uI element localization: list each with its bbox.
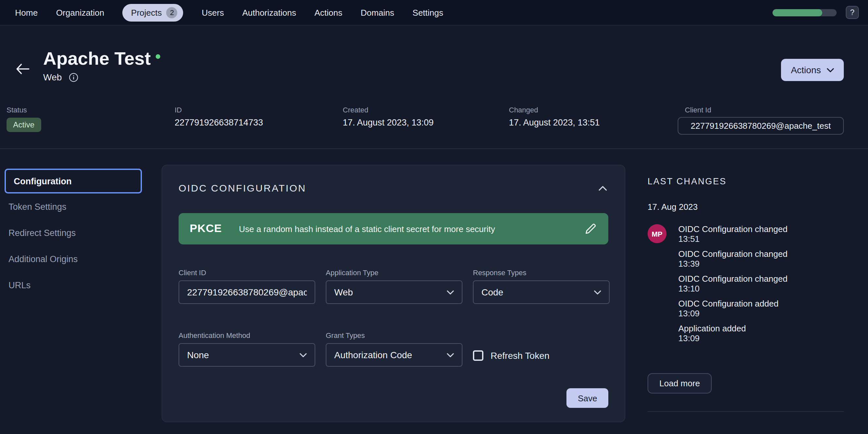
client-id-chip[interactable]: 227791926638780269@apache_test <box>678 117 844 135</box>
avatar: MP <box>648 224 666 243</box>
nav-item-home[interactable]: Home <box>15 7 38 17</box>
meta-id: ID 227791926638714733 <box>175 106 263 128</box>
info-circle-icon[interactable] <box>68 72 78 82</box>
grant-types-value: Authorization Code <box>334 350 412 360</box>
changed-value: 17. August 2023, 13:51 <box>509 118 600 128</box>
change-event: Application added 13:09 <box>678 324 787 343</box>
arrow-left-icon <box>16 67 29 76</box>
client-id-field-label: Client ID <box>179 269 315 276</box>
changes-divider <box>648 411 844 412</box>
sidebar-item-token-settings[interactable]: Token Settings <box>5 194 142 220</box>
changed-label: Changed <box>509 106 600 114</box>
actions-menu-button[interactable]: Actions <box>781 59 844 81</box>
changes-date: 17. Aug 2023 <box>648 202 844 212</box>
chevron-down-icon <box>594 290 601 295</box>
change-event-time: 13:09 <box>678 333 787 343</box>
nav-item-actions[interactable]: Actions <box>314 7 342 17</box>
change-event-text: Application added <box>678 324 787 333</box>
auth-method-select[interactable]: None <box>179 343 315 367</box>
app-root: Home Organization Projects 2 Users Autho… <box>0 0 868 434</box>
created-value: 17. August 2023, 13:09 <box>343 118 434 128</box>
last-changes-panel: LAST CHANGES 17. Aug 2023 MP OIDC Config… <box>648 165 844 412</box>
change-event-text: OIDC Configuration changed <box>678 249 787 259</box>
change-event-time: 13:39 <box>678 259 787 269</box>
help-button[interactable]: ? <box>846 6 859 19</box>
nav-item-projects-label: Projects <box>131 7 162 17</box>
id-label: ID <box>175 106 263 114</box>
change-event-time: 13:51 <box>678 234 787 244</box>
client-id-field-group: Client ID <box>179 269 315 304</box>
oidc-form: Client ID Application Type Web Response … <box>179 269 608 367</box>
page-divider <box>0 148 868 149</box>
nav-item-authorizations[interactable]: Authorizations <box>242 7 296 17</box>
auth-method-value: None <box>187 350 209 360</box>
change-event: OIDC Configuration changed 13:39 <box>678 249 787 269</box>
page-title: Apache Test <box>43 48 151 69</box>
usage-progress-fill <box>773 9 823 16</box>
refresh-token-toggle[interactable]: Refresh Token <box>473 344 610 367</box>
auth-method-field-group: Authentication Method None <box>179 331 315 367</box>
sidebar-item-urls[interactable]: URLs <box>5 272 142 298</box>
changes-event-list: OIDC Configuration changed 13:51 OIDC Co… <box>678 224 787 348</box>
response-types-select[interactable]: Code <box>473 280 610 304</box>
grant-types-field-group: Grant Types Authorization Code <box>326 331 462 367</box>
sidebar-item-additional-origins[interactable]: Additional Origins <box>5 246 142 272</box>
response-types-label: Response Types <box>473 269 610 276</box>
created-label: Created <box>343 106 434 114</box>
settings-side-nav: Configuration Token Settings Redirect Se… <box>5 169 142 298</box>
change-event-text: OIDC Configuration changed <box>678 274 787 284</box>
client-id-label: Client Id <box>685 106 844 114</box>
chevron-up-icon <box>598 183 607 193</box>
app-type-subtitle: Web <box>43 72 62 82</box>
back-button[interactable] <box>16 63 29 74</box>
nav-item-settings[interactable]: Settings <box>412 7 443 17</box>
oidc-configuration-card: OIDC CONFIGURATION PKCE Use a random has… <box>161 165 625 422</box>
edit-auth-method-button[interactable] <box>582 220 599 238</box>
meta-client-id: Client Id 227791926638780269@apache_test <box>678 106 844 135</box>
id-value: 227791926638714733 <box>175 118 263 128</box>
refresh-token-checkbox[interactable] <box>473 350 484 361</box>
usage-progress-bar <box>773 9 837 16</box>
last-changes-title: LAST CHANGES <box>648 176 844 186</box>
refresh-token-field-group: Refresh Token <box>473 331 610 367</box>
actions-menu-label: Actions <box>791 65 821 75</box>
collapse-card-button[interactable] <box>597 184 608 192</box>
chevron-down-icon <box>827 68 834 72</box>
change-event-text: OIDC Configuration changed <box>678 224 787 234</box>
application-type-label: Application Type <box>326 269 462 276</box>
change-event-time: 13:10 <box>678 284 787 294</box>
nav-item-users[interactable]: Users <box>202 7 224 17</box>
refresh-token-label: Refresh Token <box>491 350 550 361</box>
application-type-select[interactable]: Web <box>326 280 462 304</box>
response-types-field-group: Response Types Code <box>473 269 610 304</box>
nav-item-projects[interactable]: Projects 2 <box>123 4 184 21</box>
change-event-text: OIDC Configuration added <box>678 299 787 308</box>
sidebar-item-redirect-settings[interactable]: Redirect Settings <box>5 220 142 246</box>
nav-list: Home Organization Projects 2 Users Autho… <box>15 4 773 21</box>
status-badge: Active <box>6 118 41 132</box>
chevron-down-icon <box>447 353 454 357</box>
response-types-value: Code <box>482 287 503 297</box>
pkce-banner: PKCE Use a random hash instead of a stat… <box>179 213 608 244</box>
change-event-time: 13:09 <box>678 308 787 318</box>
meta-created: Created 17. August 2023, 13:09 <box>343 106 434 128</box>
pkce-banner-title: PKCE <box>190 222 222 235</box>
change-event: OIDC Configuration changed 13:51 <box>678 224 787 244</box>
pkce-banner-description: Use a random hash instead of a static cl… <box>239 224 564 234</box>
nav-item-domains[interactable]: Domains <box>361 7 395 17</box>
auth-method-label: Authentication Method <box>179 331 315 339</box>
oidc-card-title: OIDC CONFIGURATION <box>179 182 306 194</box>
title-block: Apache Test Web <box>43 48 161 82</box>
sidebar-item-configuration[interactable]: Configuration <box>5 169 142 194</box>
chevron-down-icon <box>300 353 307 357</box>
active-status-dot <box>156 54 161 59</box>
meta-row: Status Active ID 227791926638714733 Crea… <box>0 105 868 148</box>
meta-status: Status Active <box>6 106 41 132</box>
save-button[interactable]: Save <box>567 388 608 408</box>
projects-count-badge: 2 <box>166 7 178 18</box>
load-more-button[interactable]: Load more <box>648 373 712 394</box>
client-id-input[interactable] <box>179 280 315 304</box>
nav-item-organization[interactable]: Organization <box>56 7 104 17</box>
change-event: OIDC Configuration changed 13:10 <box>678 274 787 294</box>
grant-types-select[interactable]: Authorization Code <box>326 343 462 367</box>
